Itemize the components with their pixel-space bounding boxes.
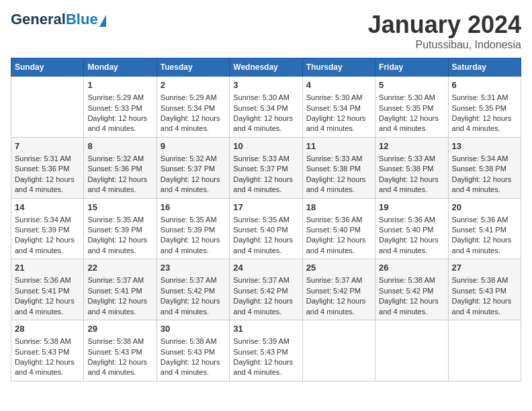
- sunset-text: Sunset: 5:42 PM: [306, 286, 371, 296]
- sunset-text: Sunset: 5:38 PM: [452, 164, 517, 174]
- calendar-cell: 6Sunrise: 5:31 AMSunset: 5:35 PMDaylight…: [448, 77, 521, 138]
- daylight-text: Daylight: 12 hours and 4 minutes.: [15, 357, 80, 378]
- day-number: 27: [452, 262, 517, 274]
- calendar-cell: 30Sunrise: 5:38 AMSunset: 5:43 PMDayligh…: [157, 320, 229, 381]
- sunset-text: Sunset: 5:42 PM: [379, 286, 444, 296]
- daylight-text: Daylight: 12 hours and 4 minutes.: [15, 235, 80, 256]
- sunrise-text: Sunrise: 5:37 AM: [306, 275, 371, 285]
- sunrise-text: Sunrise: 5:33 AM: [306, 154, 371, 164]
- calendar-cell: 17Sunrise: 5:35 AMSunset: 5:40 PMDayligh…: [230, 198, 302, 259]
- logo-general: General: [11, 11, 66, 28]
- sunrise-text: Sunrise: 5:38 AM: [161, 336, 226, 347]
- sunset-text: Sunset: 5:39 PM: [161, 225, 226, 235]
- calendar-cell: 5Sunrise: 5:30 AMSunset: 5:35 PMDaylight…: [375, 77, 448, 138]
- sunrise-text: Sunrise: 5:32 AM: [161, 154, 226, 164]
- location: Putussibau, Indonesia: [368, 39, 521, 51]
- sunset-text: Sunset: 5:43 PM: [233, 347, 298, 357]
- day-number: 28: [15, 323, 80, 335]
- day-number: 31: [233, 323, 298, 335]
- day-number: 2: [161, 79, 226, 91]
- sunset-text: Sunset: 5:43 PM: [161, 347, 226, 357]
- calendar-header: SundayMondayTuesdayWednesdayThursdayFrid…: [11, 58, 521, 77]
- month-title: January 2024: [368, 11, 521, 39]
- sunrise-text: Sunrise: 5:30 AM: [233, 93, 298, 103]
- calendar-cell: 21Sunrise: 5:36 AMSunset: 5:41 PMDayligh…: [11, 259, 84, 320]
- daylight-text: Daylight: 12 hours and 4 minutes.: [15, 296, 80, 317]
- calendar-cell: 10Sunrise: 5:33 AMSunset: 5:37 PMDayligh…: [230, 137, 302, 198]
- calendar-cell: 16Sunrise: 5:35 AMSunset: 5:39 PMDayligh…: [157, 198, 229, 259]
- day-number: 5: [379, 79, 444, 91]
- week-row-4: 28Sunrise: 5:38 AMSunset: 5:43 PMDayligh…: [11, 320, 521, 381]
- daylight-text: Daylight: 12 hours and 4 minutes.: [233, 175, 298, 195]
- daylight-text: Daylight: 12 hours and 4 minutes.: [379, 235, 444, 256]
- daylight-text: Daylight: 12 hours and 4 minutes.: [306, 113, 371, 134]
- header-day-thursday: Thursday: [302, 58, 375, 77]
- week-row-0: 1Sunrise: 5:29 AMSunset: 5:33 PMDaylight…: [11, 77, 521, 138]
- logo-blue: Blue: [66, 11, 98, 28]
- sunset-text: Sunset: 5:39 PM: [15, 225, 80, 235]
- sunrise-text: Sunrise: 5:31 AM: [452, 93, 517, 103]
- daylight-text: Daylight: 12 hours and 4 minutes.: [379, 113, 444, 134]
- sunrise-text: Sunrise: 5:36 AM: [306, 215, 371, 225]
- sunset-text: Sunset: 5:41 PM: [87, 286, 152, 296]
- calendar-table: SundayMondayTuesdayWednesdayThursdayFrid…: [11, 58, 521, 381]
- day-number: 19: [379, 201, 444, 214]
- sunrise-text: Sunrise: 5:29 AM: [161, 93, 226, 103]
- sunset-text: Sunset: 5:37 PM: [161, 164, 226, 174]
- daylight-text: Daylight: 12 hours and 4 minutes.: [452, 296, 517, 317]
- sunrise-text: Sunrise: 5:29 AM: [87, 93, 152, 103]
- daylight-text: Daylight: 12 hours and 4 minutes.: [161, 113, 226, 134]
- daylight-text: Daylight: 12 hours and 4 minutes.: [161, 296, 226, 317]
- calendar-cell: 31Sunrise: 5:39 AMSunset: 5:43 PMDayligh…: [230, 320, 302, 381]
- week-row-1: 7Sunrise: 5:31 AMSunset: 5:36 PMDaylight…: [11, 137, 521, 198]
- calendar-cell: 9Sunrise: 5:32 AMSunset: 5:37 PMDaylight…: [157, 137, 229, 198]
- daylight-text: Daylight: 12 hours and 4 minutes.: [87, 357, 152, 378]
- header-day-saturday: Saturday: [448, 58, 521, 77]
- page-header: General Blue January 2024 Putussibau, In…: [11, 11, 521, 51]
- daylight-text: Daylight: 12 hours and 4 minutes.: [379, 175, 444, 195]
- day-number: 12: [379, 140, 444, 152]
- calendar-cell: 12Sunrise: 5:33 AMSunset: 5:38 PMDayligh…: [375, 137, 448, 198]
- sunset-text: Sunset: 5:34 PM: [161, 103, 226, 113]
- calendar-cell: 18Sunrise: 5:36 AMSunset: 5:40 PMDayligh…: [302, 198, 375, 259]
- sunrise-text: Sunrise: 5:38 AM: [452, 275, 517, 285]
- sunset-text: Sunset: 5:35 PM: [379, 103, 444, 113]
- sunrise-text: Sunrise: 5:37 AM: [87, 275, 152, 285]
- sunrise-text: Sunrise: 5:32 AM: [87, 154, 152, 164]
- daylight-text: Daylight: 12 hours and 4 minutes.: [452, 235, 517, 256]
- calendar-cell: 27Sunrise: 5:38 AMSunset: 5:43 PMDayligh…: [448, 259, 521, 320]
- daylight-text: Daylight: 12 hours and 4 minutes.: [161, 357, 226, 378]
- daylight-text: Daylight: 12 hours and 4 minutes.: [452, 175, 517, 195]
- calendar-cell: [302, 320, 375, 381]
- calendar-cell: [11, 77, 84, 138]
- day-number: 29: [87, 323, 152, 335]
- calendar-cell: [375, 320, 448, 381]
- sunset-text: Sunset: 5:38 PM: [379, 164, 444, 174]
- daylight-text: Daylight: 12 hours and 4 minutes.: [233, 113, 298, 134]
- daylight-text: Daylight: 12 hours and 4 minutes.: [161, 175, 226, 195]
- sunset-text: Sunset: 5:37 PM: [233, 164, 298, 174]
- calendar-cell: 19Sunrise: 5:36 AMSunset: 5:40 PMDayligh…: [375, 198, 448, 259]
- sunset-text: Sunset: 5:42 PM: [233, 286, 298, 296]
- sunrise-text: Sunrise: 5:35 AM: [233, 215, 298, 225]
- sunrise-text: Sunrise: 5:34 AM: [452, 154, 517, 164]
- day-number: 8: [87, 140, 152, 152]
- day-number: 22: [87, 262, 152, 274]
- calendar-cell: 29Sunrise: 5:38 AMSunset: 5:43 PMDayligh…: [84, 320, 157, 381]
- week-row-3: 21Sunrise: 5:36 AMSunset: 5:41 PMDayligh…: [11, 259, 521, 320]
- sunrise-text: Sunrise: 5:35 AM: [87, 215, 152, 225]
- logo: General Blue: [11, 11, 106, 28]
- sunset-text: Sunset: 5:41 PM: [15, 286, 80, 296]
- header-day-monday: Monday: [84, 58, 157, 77]
- sunrise-text: Sunrise: 5:31 AM: [15, 154, 80, 164]
- sunset-text: Sunset: 5:33 PM: [87, 103, 152, 113]
- sunrise-text: Sunrise: 5:37 AM: [233, 275, 298, 285]
- sunrise-text: Sunrise: 5:33 AM: [379, 154, 444, 164]
- day-number: 3: [233, 79, 298, 91]
- day-number: 30: [161, 323, 226, 335]
- header-row: SundayMondayTuesdayWednesdayThursdayFrid…: [11, 58, 521, 77]
- sunrise-text: Sunrise: 5:36 AM: [452, 215, 517, 225]
- sunrise-text: Sunrise: 5:38 AM: [15, 336, 80, 347]
- day-number: 13: [452, 140, 517, 152]
- title-area: January 2024 Putussibau, Indonesia: [368, 11, 521, 51]
